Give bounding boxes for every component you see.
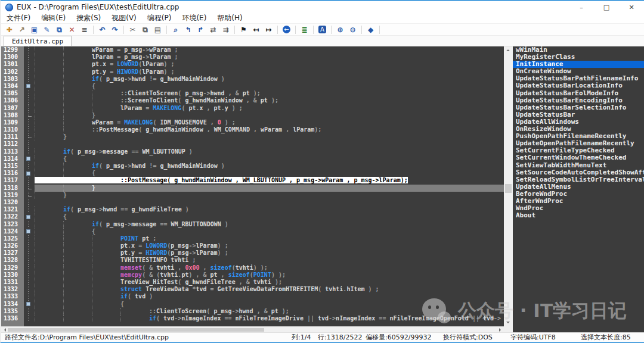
horizontal-scroll-thumb[interactable] — [8, 328, 264, 332]
horizontal-scrollbar[interactable] — [1, 326, 504, 332]
find-previous-button[interactable]: ↰ — [182, 24, 194, 35]
code-line[interactable]: 1313if( p_msg->message == WM_LBUTTONUP ) — [1, 148, 504, 155]
code-line[interactable]: 1308} — [1, 112, 504, 119]
symbol-item[interactable]: UpdateStatusBarEncodingInfo — [513, 97, 644, 104]
syntax-highlight-button[interactable]: A — [316, 24, 329, 35]
code-line[interactable]: 1330memcpy( & (tvhti.pt) , & pt , sizeof… — [1, 272, 504, 279]
undo-button[interactable]: ↶ — [96, 24, 109, 35]
vertical-scroll-thumb[interactable] — [505, 184, 512, 193]
menu-item-1[interactable]: 编辑(E) — [36, 13, 71, 23]
paste-button[interactable]: ▤ — [151, 24, 164, 35]
code-line[interactable]: 1309wParam = MAKELONG( IDM_MOUSEMOVE , 0… — [1, 119, 504, 126]
code-line[interactable]: 1322{ — [1, 213, 504, 220]
scroll-left-arrow-icon[interactable] — [2, 328, 6, 332]
code-line[interactable]: 1311} — [1, 133, 504, 141]
save-file-as-button[interactable]: ✎ — [41, 24, 53, 35]
navigate-back-button[interactable]: ← — [280, 24, 293, 35]
symbol-item[interactable]: UpdateStatusBarEolModeInfo — [513, 90, 644, 97]
code-line[interactable]: 1327pt.y = HIWORD(p_msg->lParam) ; — [1, 250, 504, 257]
close-button[interactable]: ✕ — [619, 1, 644, 13]
code-line[interactable]: 1326pt.x = LOWORD(p_msg->lParam) ; — [1, 242, 504, 250]
code-line[interactable]: 1303if( p_msg->hwnd != g_hwndMainWindow … — [1, 76, 504, 83]
minimize-button[interactable]: – — [569, 1, 594, 13]
code-line[interactable]: 1316{ — [1, 170, 504, 177]
symbol-item[interactable]: SetReloadSymbolListOrTreeIntervalMe — [513, 176, 644, 183]
fold-marker[interactable] — [24, 228, 35, 235]
fold-marker[interactable] — [24, 213, 35, 220]
fold-marker[interactable] — [24, 155, 35, 163]
code-line[interactable]: 1331TreeView_HitTest( g_hwndFileTree , &… — [1, 279, 504, 286]
symbol-item[interactable]: UpdateStatusBarLocationInfo — [513, 82, 644, 89]
title-bar[interactable]: EUX - D:\Program Files\EUX\test\EditUltr… — [1, 1, 644, 13]
fold-marker[interactable] — [24, 301, 35, 308]
code-line[interactable]: 1320 — [1, 199, 504, 206]
scroll-down-arrow-icon[interactable] — [506, 322, 510, 325]
close-file-button[interactable]: ✕ — [66, 24, 78, 35]
new-file-button[interactable]: ✚ — [3, 24, 16, 35]
code-line[interactable]: 1306::ScreenToClient( g_hwndMainWindow ,… — [1, 97, 504, 104]
menu-item-3[interactable]: 视图(V) — [106, 13, 142, 23]
replace-in-files-button[interactable]: ⇉ — [219, 24, 232, 35]
find-next-button[interactable]: ↱ — [194, 24, 207, 35]
code-line[interactable]: 1321if( p_msg->hwnd == g_hwndFileTree ) — [1, 206, 504, 213]
code-editor[interactable]: 1299wParam = p_msg->wParam ;1300lParam =… — [1, 46, 504, 326]
cut-button[interactable]: ✂ — [126, 24, 139, 35]
code-line[interactable]: 1332struct TreeViewData *tvd = GetTreeVi… — [1, 286, 504, 293]
code-line[interactable]: 1301pt.x = LOWORD(lParam) ; — [1, 61, 504, 68]
copy-button[interactable]: ⧉ — [139, 24, 151, 35]
about-button[interactable]: ◆ — [364, 24, 377, 35]
maximize-button[interactable]: □ — [594, 1, 619, 13]
code-line[interactable]: 1312 — [1, 141, 504, 148]
code-line[interactable]: 1318} — [1, 185, 504, 192]
menu-item-4[interactable]: 编程(P) — [142, 13, 177, 23]
replace-button[interactable]: ⇄ — [207, 24, 219, 35]
find-button[interactable]: ⌕ — [169, 24, 182, 35]
symbol-item[interactable]: SetViewTabWidthMenuText — [513, 162, 644, 169]
fold-marker[interactable] — [24, 83, 35, 90]
code-line[interactable]: 1310::PostMessage( g_hwndMainWindow , WM… — [1, 126, 504, 133]
menu-item-6[interactable]: 帮助(H) — [212, 13, 247, 23]
zoom-in-button[interactable]: ⊕ — [334, 24, 346, 35]
symbol-item[interactable]: About — [513, 212, 644, 219]
scroll-up-arrow-icon[interactable] — [506, 48, 510, 51]
app-icon — [5, 4, 13, 11]
code-line[interactable]: 1333if( tvd ) — [1, 293, 504, 300]
open-file-button[interactable]: ↗ — [16, 24, 28, 35]
next-bookmark-button[interactable]: ↦ — [262, 24, 275, 35]
show-eol-button[interactable]: ≣ — [298, 24, 311, 35]
code-line[interactable]: 1314{ — [1, 155, 504, 163]
fold-marker[interactable] — [24, 170, 35, 177]
symbol-item[interactable]: SetCurrentWindowThemeChecked — [513, 154, 644, 161]
vertical-scrollbar[interactable] — [504, 46, 513, 332]
code-line[interactable]: 1329memset( & tvhti , 0x00 , sizeof(tvht… — [1, 264, 504, 272]
code-line[interactable]: 1325POINT pt ; — [1, 235, 504, 242]
code-line[interactable]: 1323if( p_msg->message == WM_RBUTTONDOWN… — [1, 221, 504, 228]
redo-button[interactable]: ↷ — [109, 24, 121, 35]
code-line[interactable]: 1334{ — [1, 301, 504, 308]
code-line[interactable]: 1336if( tvd->nImageIndex == nFileTreeIma… — [1, 315, 504, 322]
scroll-right-arrow-icon[interactable] — [499, 328, 503, 332]
code-line[interactable]: 1302pt.y = HIWORD(lParam) ; — [1, 68, 504, 76]
menu-item-5[interactable]: 环境(E) — [177, 13, 212, 23]
save-all-files-button[interactable]: ⧉ — [53, 24, 66, 35]
tab-editultra-cpp[interactable]: EditUltra.cpp — [4, 36, 72, 46]
code-line[interactable]: 1299wParam = p_msg->wParam ; — [1, 46, 504, 54]
file-list-button[interactable]: ≡ — [78, 24, 91, 35]
zoom-out-button[interactable]: ⊖ — [346, 24, 359, 35]
symbol-item[interactable]: SetSourceCodeAutoCompletedShowAfter — [513, 169, 644, 176]
menu-item-2[interactable]: 搜索(S) — [71, 13, 106, 23]
bookmark-button[interactable]: ⚑ — [237, 24, 250, 35]
code-line[interactable]: 1300lParam = p_msg->lParam ; — [1, 54, 504, 61]
code-line[interactable]: 1328TVHITTESTINFO tvhti ; — [1, 257, 504, 264]
code-line[interactable]: 1307lParam = MAKELONG( pt.x , pt.y ) ; — [1, 105, 504, 112]
code-line[interactable]: 1335::ClientToScreen( p_msg->hwnd , & pt… — [1, 308, 504, 315]
code-line[interactable]: 1315if( p_msg->hwnd != g_hwndMainWindow … — [1, 163, 504, 170]
code-line[interactable]: 1317::PostMessage( g_hwndMainWindow , WM… — [1, 177, 504, 184]
save-file-button[interactable]: ▣ — [28, 24, 41, 35]
menu-item-0[interactable]: 文件(F) — [1, 13, 36, 23]
code-line[interactable]: 1305::ClientToScreen( p_msg->hwnd , & pt… — [1, 90, 504, 97]
code-line[interactable]: 1324{ — [1, 228, 504, 235]
previous-bookmark-button[interactable]: ↤ — [250, 24, 262, 35]
code-line[interactable]: 1304{ — [1, 83, 504, 90]
code-line[interactable]: 1319} — [1, 192, 504, 199]
